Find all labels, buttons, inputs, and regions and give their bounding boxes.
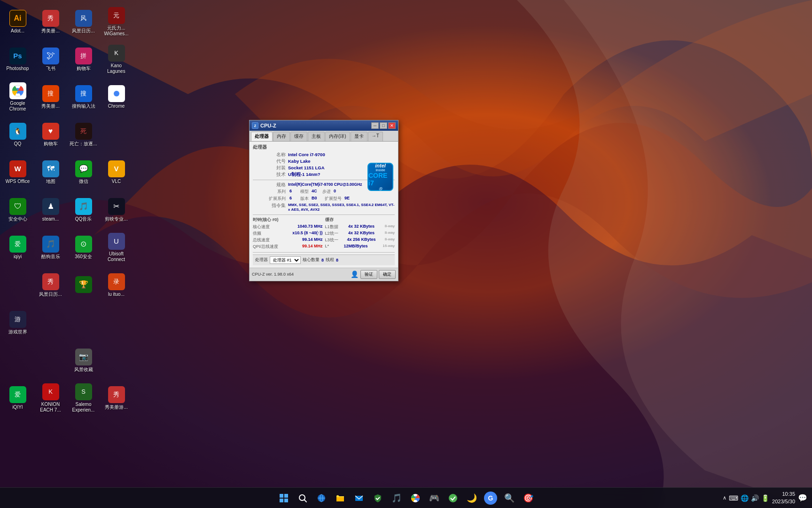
icon-photoshop[interactable]: Ps Photoshop xyxy=(2,42,33,76)
icon-kugou[interactable]: 🎵 酷狗音乐 xyxy=(35,230,66,264)
tab-cache[interactable]: 缓存 xyxy=(290,132,307,141)
icon-shop[interactable]: ♥ 购物车 xyxy=(35,118,66,151)
maximize-button[interactable]: □ xyxy=(380,122,387,129)
taskbar-game[interactable]: 🎮 xyxy=(426,490,443,507)
icon-trophy[interactable]: 🏆 xyxy=(68,268,99,302)
tab-mainboard[interactable]: 主板 xyxy=(308,132,325,141)
icon-wechat[interactable]: 💬 微信 xyxy=(68,155,99,189)
taskbar-center: 🎵 🎮 xyxy=(275,490,537,507)
qpi-row: QPI/总线速度 99.14 MHz xyxy=(253,244,323,250)
icon-camera[interactable]: 📷 风景收藏 xyxy=(68,343,99,377)
svg-point-4 xyxy=(114,91,119,96)
icon-blank3 xyxy=(35,306,66,340)
taskbar-explorer[interactable] xyxy=(332,490,349,507)
icon-blank8 xyxy=(101,343,132,377)
icon-xiumeice3[interactable]: 秀 秀美册游... xyxy=(101,381,132,415)
taskbar-chrome[interactable] xyxy=(407,490,424,507)
search-taskbar-button[interactable] xyxy=(294,490,311,507)
icon-illustrator[interactable]: Ai Adot... xyxy=(2,5,33,39)
icon-chrome2[interactable]: Chrome xyxy=(101,80,132,114)
icon-death-exile[interactable]: 死 死亡：放逐... xyxy=(68,118,99,151)
taskbar-browser[interactable] xyxy=(313,490,330,507)
validate-button[interactable]: 验证 xyxy=(360,270,377,279)
tray-keyboard[interactable]: ⌨ xyxy=(729,494,738,502)
icon-kano[interactable]: K KanoLagunes xyxy=(101,42,132,76)
icon-sogou[interactable]: 搜 秀美册... xyxy=(35,80,66,114)
icon-pinduoduo[interactable]: 拼 购物车 xyxy=(68,42,99,76)
notification-button[interactable]: 💬 xyxy=(798,493,807,502)
taskbar-music[interactable]: 🎵 xyxy=(388,490,405,507)
ln-row: L* 12MB/Bytes 16-way xyxy=(325,244,395,248)
inst-row: 指令集 MMX, SSE, SSE2, SSE3, SSSE3, SSE4.1,… xyxy=(253,203,395,213)
icon-feishu[interactable]: 🕊 飞书 xyxy=(35,42,66,76)
multi-row: 倍频 x10.5 (8 ~40(↑)) xyxy=(253,230,323,237)
start-button[interactable] xyxy=(275,490,292,507)
icon-game-world[interactable]: 游 游戏世界 xyxy=(2,306,33,340)
minimize-button[interactable]: ─ xyxy=(371,122,379,129)
core-freq-row: 核心速度 1040.73 MHz xyxy=(253,224,323,230)
icon-blank4 xyxy=(68,306,99,340)
icon-xiumeice1[interactable]: 秀 秀美册... xyxy=(35,5,66,39)
taskbar-game2[interactable]: 🎯 xyxy=(520,490,537,507)
taskbar-moon[interactable]: 🌙 xyxy=(463,490,480,507)
tab-arrow[interactable]: →T xyxy=(368,132,383,141)
l3-row: L3统一 4x 256 KBytes 8-way xyxy=(325,237,395,243)
taskbar-right: ∧ ⌨ 🌐 🔊 🔋 10:35 2023/5/30 💬 xyxy=(723,491,807,505)
time-display[interactable]: 10:35 2023/5/30 xyxy=(772,491,795,505)
icon-steam[interactable]: ♟ steam... xyxy=(35,193,66,227)
taskbar-shield[interactable] xyxy=(369,490,386,507)
footer-bar: CPU-Z ver. 1.98.0 x64 👤 验证 确定 xyxy=(250,268,398,281)
window-title: Z CPU-Z xyxy=(252,122,276,129)
svg-rect-6 xyxy=(284,494,288,498)
clocks-header: 时钟(核心 #0) xyxy=(253,217,323,223)
icon-wigames[interactable]: 元 元氏力...WiGames... xyxy=(101,5,132,39)
tab-memory[interactable]: 内存 xyxy=(273,132,290,141)
icon-security[interactable]: 🛡 安全中心 xyxy=(2,193,33,227)
icon-salemo[interactable]: S SalemoExperien... xyxy=(68,381,99,415)
taskbar-g[interactable]: G xyxy=(482,490,499,507)
icon-record[interactable]: 录 lu ituo... xyxy=(101,268,132,302)
tray-volume[interactable]: 🔊 xyxy=(751,494,759,502)
icon-blank1 xyxy=(101,118,132,151)
window-controls: ─ □ ✕ xyxy=(371,122,396,129)
tab-processor[interactable]: 处理器 xyxy=(251,132,273,141)
icon-calendar1[interactable]: 风 风景日历... xyxy=(68,5,99,39)
tray-battery: 🔋 xyxy=(761,494,769,502)
close-button[interactable]: ✕ xyxy=(388,122,396,129)
icon-iqiyi2[interactable]: 爱 iQIYI xyxy=(2,381,33,415)
tray-up-arrow[interactable]: ∧ xyxy=(723,495,726,501)
tray-network[interactable]: 🌐 xyxy=(741,494,749,502)
icon-iqiyi[interactable]: 爱 iqiyi xyxy=(2,230,33,264)
bus-row: 总线速度 99.14 MHz xyxy=(253,237,323,243)
icon-xiumeice2[interactable]: 秀 风景日历... xyxy=(35,268,66,302)
svg-rect-5 xyxy=(280,494,283,498)
icon-chrome1[interactable]: GoogleChrome xyxy=(2,80,33,114)
window-tabs: 处理器 内存 缓存 主板 内存(详) 显卡 →T xyxy=(250,131,398,142)
icon-blank7 xyxy=(35,343,66,377)
tab-gpu[interactable]: 显卡 xyxy=(351,132,367,141)
taskbar-check[interactable] xyxy=(445,490,461,507)
icon-ime[interactable]: 搜 搜狗输入法 xyxy=(68,80,99,114)
cache-header: 缓存 xyxy=(325,217,395,223)
svg-rect-8 xyxy=(284,499,288,502)
icon-wps[interactable]: W WPS Office xyxy=(2,155,33,189)
icon-qq[interactable]: 🐧 QQ xyxy=(2,118,33,151)
icon-360[interactable]: ⊙ 360安全 xyxy=(68,230,99,264)
icon-vlc[interactable]: V VLC xyxy=(101,155,132,189)
icon-konion[interactable]: K KONIONEACH 7... xyxy=(35,381,66,415)
sys-tray: ∧ ⌨ 🌐 🔊 🔋 xyxy=(723,494,769,502)
bottom-bar: 处理器 处理器 #1 核心数量 8 线程 8 xyxy=(253,254,395,265)
processor-select[interactable]: 处理器 #1 xyxy=(270,256,301,264)
icon-ubisoft[interactable]: U UbisoftConnect xyxy=(101,230,132,264)
icon-qqmusic[interactable]: 🎵 QQ音乐 xyxy=(68,193,99,227)
icon-capcut[interactable]: ✂ 剪映专业... xyxy=(101,193,132,227)
l2-row: L2统一 4x 32 KBytes 8-way xyxy=(325,230,395,237)
ok-button[interactable]: 确定 xyxy=(379,270,396,279)
clocks-col: 时钟(核心 #0) 核心速度 1040.73 MHz 倍频 x10.5 (8 ~… xyxy=(253,217,323,250)
svg-line-10 xyxy=(304,500,307,502)
section-header: 处理器 xyxy=(253,144,395,151)
taskbar-mail[interactable] xyxy=(351,490,367,507)
icon-map[interactable]: 🗺 地图 xyxy=(35,155,66,189)
taskbar-search2[interactable]: 🔍 xyxy=(501,490,518,507)
tab-memory-detail[interactable]: 内存(详) xyxy=(325,132,350,141)
